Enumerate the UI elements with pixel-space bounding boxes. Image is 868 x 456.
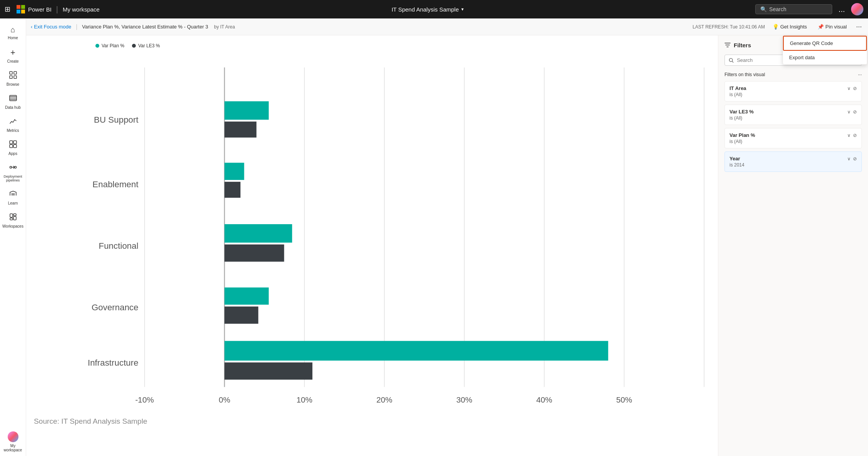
get-insights-button[interactable]: 💡 Get Insights [770, 22, 810, 31]
bar-busupport-varle3 [224, 121, 256, 138]
filter-card-var-le3[interactable]: Var LE3 % ∨ ⊘ is (All) [724, 105, 862, 125]
sidebar-label-metrics: Metrics [7, 128, 19, 133]
sidebar-label-deployment: Deployment pipelines [3, 175, 23, 182]
sidebar-item-apps[interactable]: Apps [0, 136, 26, 160]
sidebar-item-myworkspace[interactable]: My workspace [0, 428, 26, 456]
filters-section-more[interactable]: ··· [858, 72, 862, 77]
topbar-more-button[interactable]: ... [837, 3, 846, 15]
filter-card-year-header: Year ∨ ⊘ [729, 156, 857, 161]
sidebar-label-myworkspace: My workspace [3, 444, 23, 452]
filter-card-var-le3-header: Var LE3 % ∨ ⊘ [729, 109, 857, 115]
topbar: ⊞ Power BI | My workspace IT Spend Analy… [0, 0, 868, 18]
subbar-title: Variance Plan %, Variance Latest Estimat… [82, 24, 208, 30]
svg-text:BU Support: BU Support [94, 115, 139, 125]
bar-infrastructure-varplan [224, 341, 608, 361]
subbar: ‹ Exit Focus mode | Variance Plan %, Var… [26, 18, 868, 35]
sidebar-item-datahub[interactable]: Data hub [0, 90, 26, 113]
sidebar-item-home[interactable]: ⌂ Home [0, 22, 26, 44]
svg-rect-5 [14, 72, 17, 74]
filter-actions-it-area: ∨ ⊘ [847, 86, 857, 91]
exit-focus-button[interactable]: ‹ Exit Focus mode [31, 24, 71, 30]
search-box[interactable]: 🔍 Search [755, 4, 832, 14]
sidebar: ⌂ Home + Create Browse Data hub Metrics … [0, 18, 26, 456]
svg-rect-2 [17, 10, 20, 13]
export-data-menuitem[interactable]: Export data [783, 51, 867, 64]
filter-name-var-le3: Var LE3 % [729, 109, 754, 115]
filter-card-var-plan-header: Var Plan % ∨ ⊘ [729, 132, 857, 138]
filter-card-var-plan[interactable]: Var Plan % ∨ ⊘ is (All) [724, 128, 862, 148]
subbar-more-button[interactable]: ··· [855, 21, 863, 32]
topbar-right: 🔍 Search ... [755, 3, 863, 15]
filter-clear-it-area[interactable]: ⊘ [853, 86, 857, 91]
svg-rect-18 [13, 216, 16, 220]
exit-focus-label: Exit Focus mode [34, 24, 71, 30]
filters-section-label: Filters on this visual ··· [724, 72, 862, 77]
filters-search-icon [729, 58, 734, 63]
sidebar-label-home: Home [8, 36, 18, 40]
svg-rect-3 [21, 10, 25, 13]
bar-governance-varplan [224, 288, 269, 305]
filter-value-var-le3: is (All) [729, 115, 857, 121]
bar-functional-varle3 [224, 245, 284, 262]
chevron-down-icon[interactable]: ▾ [461, 7, 464, 12]
search-placeholder: Search [769, 6, 786, 12]
subbar-right: LAST REFRESH: Tue 10:41:06 AM 💡 Get Insi… [693, 21, 863, 32]
bar-busupport-varplan [224, 101, 269, 120]
sidebar-item-create[interactable]: + Create [0, 44, 26, 67]
svg-rect-0 [17, 5, 20, 9]
filter-clear-year[interactable]: ⊘ [853, 156, 857, 161]
bar-enablement-varplan [224, 163, 244, 180]
svg-text:20%: 20% [376, 395, 392, 404]
sidebar-label-browse: Browse [7, 82, 19, 87]
bar-infrastructure-varle3 [224, 363, 312, 380]
filter-value-var-plan: is (All) [729, 139, 857, 144]
svg-text:0%: 0% [219, 395, 230, 404]
sidebar-item-browse[interactable]: Browse [0, 67, 26, 90]
filter-name-var-plan: Var Plan % [729, 132, 755, 138]
svg-rect-17 [10, 218, 13, 220]
filter-chevron-var-le3[interactable]: ∨ [847, 109, 851, 115]
myworkspace-avatar [8, 431, 18, 442]
sidebar-item-deployment[interactable]: Deployment pipelines [0, 160, 26, 186]
filters-panel: Filters › Filters on this visual ··· IT … [718, 35, 868, 456]
filter-actions-var-le3: ∨ ⊘ [847, 109, 857, 115]
filter-chevron-it-area[interactable]: ∨ [847, 86, 851, 91]
topbar-workspace[interactable]: My workspace [63, 6, 100, 13]
report-title[interactable]: IT Spend Analysis Sample [392, 6, 459, 13]
filter-card-year[interactable]: Year ∨ ⊘ is 2014 [724, 151, 862, 172]
filter-card-it-area[interactable]: IT Area ∨ ⊘ is (All) [724, 81, 862, 102]
filter-clear-var-le3[interactable]: ⊘ [853, 109, 857, 115]
filter-icon [724, 42, 731, 48]
filter-chevron-var-plan[interactable]: ∨ [847, 133, 851, 138]
avatar[interactable] [851, 3, 863, 15]
svg-rect-7 [14, 76, 17, 78]
grid-icon[interactable]: ⊞ [5, 5, 10, 13]
svg-text:Source: IT Spend Analysis Samp: Source: IT Spend Analysis Sample [34, 417, 147, 425]
svg-text:30%: 30% [456, 395, 472, 404]
filter-name-it-area: IT Area [729, 85, 746, 91]
filter-value-it-area: is (All) [729, 92, 857, 97]
svg-text:40%: 40% [536, 395, 553, 404]
legend-label-var-plan: Var Plan % [102, 43, 124, 48]
filters-title-label: Filters [734, 42, 751, 48]
last-refresh-label: LAST REFRESH: Tue 10:41:06 AM [693, 24, 765, 30]
sidebar-item-workspaces[interactable]: Workspaces [0, 209, 26, 232]
sidebar-label-learn: Learn [8, 201, 18, 205]
bar-enablement-varle3 [224, 182, 240, 198]
home-icon: ⌂ [10, 25, 15, 34]
metrics-icon [9, 117, 17, 127]
sidebar-item-learn[interactable]: Learn [0, 186, 26, 209]
workspaces-icon [9, 213, 17, 223]
create-icon: + [10, 48, 15, 58]
filter-card-it-area-header: IT Area ∨ ⊘ [729, 85, 857, 91]
sidebar-label-workspaces: Workspaces [2, 224, 23, 228]
pin-visual-button[interactable]: 📌 Pin visual [815, 22, 850, 31]
legend-var-le3: Var LE3 % [132, 43, 160, 48]
search-icon: 🔍 [760, 6, 767, 12]
apps-icon [9, 140, 17, 150]
sidebar-item-metrics[interactable]: Metrics [0, 113, 26, 136]
generate-qr-menuitem[interactable]: Generate QR Code [783, 36, 867, 51]
filter-clear-var-plan[interactable]: ⊘ [853, 133, 857, 138]
filter-chevron-year[interactable]: ∨ [847, 156, 851, 161]
legend-label-var-le3: Var LE3 % [138, 43, 160, 48]
